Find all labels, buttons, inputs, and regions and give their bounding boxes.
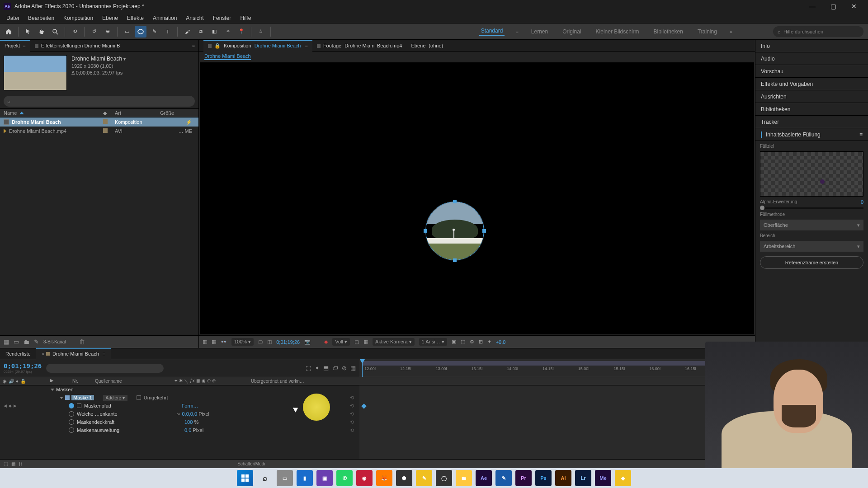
stopwatch-opacity[interactable] [69, 419, 74, 425]
magnify-icon[interactable]: ▥ [203, 339, 207, 345]
menu-effekte[interactable]: Effekte [123, 13, 148, 23]
lock-icon[interactable]: 🔒 [20, 379, 26, 384]
exposure-value[interactable]: +0,0 [496, 339, 506, 345]
fill-method-select[interactable]: Oberfläche [760, 220, 863, 230]
menu-bearbeiten[interactable]: Bearbeiten [24, 13, 59, 23]
comp-breadcrumb[interactable]: Drohne Miami Beach [204, 53, 251, 60]
tl-icon-3[interactable]: ⬒ [323, 365, 329, 371]
taskbar-app[interactable]: ▣ [316, 470, 333, 486]
taskbar-search[interactable]: ⌕ [257, 470, 273, 486]
keynav-icon[interactable]: ⯈ [50, 379, 54, 384]
panel-align[interactable]: Ausrichten [755, 90, 868, 103]
toggle1-icon[interactable]: ▢ [354, 339, 359, 345]
puppet-tool[interactable]: 📍 [236, 26, 247, 38]
tab-project[interactable]: Projekt≡ [0, 40, 30, 52]
workspace-menu-icon[interactable]: ≡ [515, 29, 518, 34]
bit-depth[interactable]: 8-Bit-Kanal [43, 339, 66, 344]
stopwatch-path[interactable] [69, 403, 74, 408]
keyframe[interactable] [361, 404, 366, 408]
roto-tool[interactable]: ✧ [222, 26, 234, 38]
menu-ebene[interactable]: Ebene [98, 13, 123, 23]
mask-invert-checkbox[interactable] [137, 395, 141, 400]
camera-select[interactable]: Aktive Kamera ▾ [373, 338, 415, 346]
project-thumbnail[interactable] [4, 55, 67, 90]
menu-datei[interactable]: Datei [2, 13, 24, 23]
zoom-select[interactable]: 100% ▾ [231, 338, 254, 346]
stopwatch-expansion[interactable] [69, 427, 74, 433]
new-comp-icon[interactable]: ▭ [14, 338, 19, 345]
tab-render-queue[interactable]: Renderliste [0, 348, 36, 359]
taskbar-taskview[interactable]: ▭ [277, 470, 293, 486]
stopwatch-feather[interactable] [69, 411, 74, 417]
trash-icon[interactable]: 🗑 [79, 338, 85, 345]
project-row-comp[interactable]: Drohne Miami Beach Komposition ⚡ [0, 117, 198, 127]
anchor-tool[interactable]: ⊕ [102, 26, 113, 38]
link-icon[interactable]: ⟲ [350, 403, 354, 409]
workspace-standard[interactable]: Standard [479, 28, 505, 36]
panel-preview[interactable]: Vorschau [755, 65, 868, 78]
channel-icon[interactable]: ◆ [324, 339, 328, 345]
hand-tool[interactable] [36, 26, 47, 38]
minimize-button[interactable]: — [802, 0, 823, 13]
brush-tool[interactable]: 🖌 [181, 26, 193, 38]
view-opt5-icon[interactable]: ✦ [487, 339, 491, 345]
link-icon[interactable]: ⟲ [350, 427, 354, 433]
mask-handle-top[interactable] [453, 200, 457, 203]
clone-tool[interactable]: ⧉ [195, 26, 207, 38]
workspace-overflow-icon[interactable]: » [730, 29, 732, 34]
orbit-tool[interactable]: ⟲ [69, 26, 80, 38]
solo-icon[interactable]: ● [16, 379, 19, 384]
col-source-name[interactable]: Quellenname [95, 379, 174, 384]
link-icon[interactable]: ⟲ [350, 411, 354, 417]
project-search[interactable]: ⌕ [4, 96, 195, 107]
mask-preview[interactable] [425, 202, 484, 260]
col-name[interactable]: Name [4, 110, 17, 116]
alpha-icon[interactable]: ▢ [258, 339, 263, 345]
menu-fenster[interactable]: Fenster [208, 13, 236, 23]
eye-icon[interactable]: ◉ [3, 379, 7, 384]
workspace-kleiner[interactable]: Kleiner Bildschirm [594, 28, 641, 35]
maximize-button[interactable]: ▢ [823, 0, 844, 13]
workspace-training[interactable]: Training [696, 28, 719, 35]
mask-toggle-icon[interactable]: 👓 [221, 339, 227, 345]
view-opt1-icon[interactable]: ▣ [452, 339, 456, 345]
row-masks-group[interactable]: Masken [0, 385, 359, 394]
tab-overflow-icon[interactable]: » [189, 43, 198, 48]
panel-libraries[interactable]: Bibliotheken [755, 103, 868, 116]
taskbar-after-effects[interactable]: Ae [476, 470, 492, 486]
link-icon[interactable]: ⟲ [350, 395, 354, 401]
label-swatch[interactable] [103, 128, 108, 133]
taskbar-app[interactable]: ◆ [615, 470, 631, 486]
taskbar-start[interactable] [237, 470, 253, 486]
workspace-lernen[interactable]: Lernen [529, 28, 550, 35]
composition-viewer[interactable] [200, 62, 754, 334]
timeline-search[interactable] [46, 364, 164, 373]
workspace-original[interactable]: Original [561, 28, 583, 35]
speaker-icon[interactable]: 🔊 [9, 379, 14, 384]
home-button[interactable] [3, 26, 14, 38]
snapshot-icon[interactable]: 📷 [304, 339, 311, 345]
tl-icon-5[interactable]: ⊘ [342, 365, 347, 371]
col-type[interactable]: Art [115, 110, 160, 116]
mask-handle-right[interactable] [482, 229, 486, 233]
panel-audio[interactable]: Audio [755, 52, 868, 65]
timeline-timecode[interactable]: 0;01;19;26 [4, 362, 42, 370]
region-icon[interactable]: ◫ [267, 339, 272, 345]
interpret-icon[interactable]: ▦ [4, 338, 9, 345]
taskbar-app[interactable]: ◉ [356, 470, 373, 486]
tab-footage[interactable]: Footage Drohne Miami Beach.mp4 [312, 40, 407, 52]
taskbar-media-encoder[interactable]: Me [595, 470, 611, 486]
panel-info[interactable]: Info [755, 40, 868, 52]
taskbar-app[interactable]: ✎ [416, 470, 432, 486]
tab-composition[interactable]: 🔒 Komposition Drohne Miami Beach ≡ [203, 40, 312, 52]
panel-effects[interactable]: Effekte und Vorgaben [755, 78, 868, 90]
text-tool[interactable]: T [162, 26, 174, 38]
zoom-tool[interactable] [49, 26, 61, 38]
switches-modes-toggle[interactable]: Schalter/Modi [26, 461, 477, 466]
new-folder-icon[interactable]: 🖿 [24, 338, 29, 345]
panel-content-aware-fill[interactable]: Inhaltsbasierte Füllung≡ [755, 128, 868, 141]
mask-handle-left[interactable] [424, 229, 427, 233]
tl-icon-4[interactable]: 🏷 [332, 365, 338, 371]
close-button[interactable]: ✕ [844, 0, 864, 13]
row-mask-opacity[interactable]: Maskendeckkraft 100 % ⟲ [0, 418, 359, 426]
